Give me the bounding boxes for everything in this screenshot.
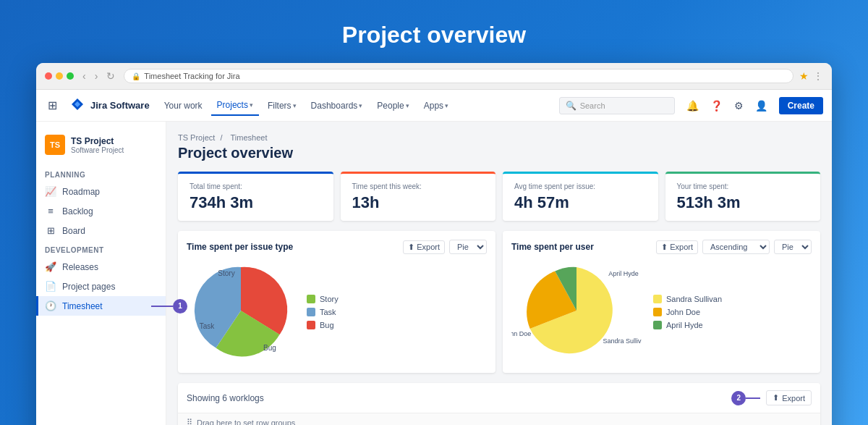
legend-item-story: Story xyxy=(307,295,339,303)
nav-item-yourwork[interactable]: Your work xyxy=(158,96,208,115)
export-icon: ⬆ xyxy=(773,393,779,403)
jira-logo: Jira Software xyxy=(69,97,150,114)
star-icon[interactable]: ★ xyxy=(799,70,809,82)
chevron-down-icon: ▾ xyxy=(359,102,362,109)
sidebar-item-roadmap[interactable]: 📈 Roadmap xyxy=(36,182,166,201)
stat-card-yours: Your time spent: 513h 3m xyxy=(665,172,821,221)
svg-text:Task: Task xyxy=(200,322,216,330)
sidebar-item-label: Roadmap xyxy=(62,187,100,197)
content-area: TS Project / Timesheet Project overview … xyxy=(166,122,832,425)
grid-menu-button[interactable]: ⊞ xyxy=(45,96,60,115)
tl-green[interactable] xyxy=(67,72,74,80)
nav-item-people[interactable]: People ▾ xyxy=(371,96,414,115)
sidebar-item-label: Releases xyxy=(62,262,98,272)
sidebar-item-timesheet[interactable]: 🕐 Timesheet 1 xyxy=(36,296,166,316)
sidebar-item-label: Project pages xyxy=(62,282,115,292)
breadcrumb: TS Project / Timesheet xyxy=(178,133,820,142)
stat-label: Your time spent: xyxy=(677,182,809,190)
browser-chrome: ‹ › ↻ 🔒 Timesheet Tracking for Jira ★ ⋮ xyxy=(36,63,832,90)
svg-text:Story: Story xyxy=(218,269,234,277)
browser-window: ‹ › ↻ 🔒 Timesheet Tracking for Jira ★ ⋮ … xyxy=(36,63,832,425)
address-text: Timesheet Tracking for Jira xyxy=(144,72,239,80)
pie-chart-left: Story Bug Task xyxy=(187,260,295,364)
chart-issue-type: Time spent per issue type ⬆ Export Pie B… xyxy=(178,231,495,373)
jira-logo-icon xyxy=(69,97,86,114)
help-button[interactable]: ❓ xyxy=(707,97,726,114)
create-button[interactable]: Create xyxy=(779,97,823,114)
nav-item-apps[interactable]: Apps ▾ xyxy=(418,96,454,115)
nav-item-projects[interactable]: Projects ▾ xyxy=(211,96,259,116)
tl-red[interactable] xyxy=(45,72,52,80)
legend-item-bug: Bug xyxy=(307,321,339,329)
pages-icon: 📄 xyxy=(45,281,56,292)
tl-yellow[interactable] xyxy=(56,72,63,80)
worklogs-count: Showing 6 worklogs xyxy=(187,393,264,403)
sidebar: TS TS Project Software Project Planning … xyxy=(36,122,166,425)
svg-text:April Hyde: April Hyde xyxy=(608,270,639,277)
step-2-badge: 2 xyxy=(731,391,760,405)
backlog-icon: ≡ xyxy=(45,206,56,216)
stat-card-week: Time spent this week: 13h xyxy=(341,172,496,221)
settings-button[interactable]: ⚙ xyxy=(731,97,746,114)
legend-item-sandra: Sandra Sullivan xyxy=(653,295,722,303)
project-header: TS TS Project Software Project xyxy=(36,130,166,159)
roadmap-icon: 📈 xyxy=(45,186,56,197)
jira-navbar: ⊞ Jira Software Your work Projects ▾ Fil… xyxy=(36,90,832,122)
refresh-button[interactable]: ↻ xyxy=(103,69,118,83)
stats-row: Total time spent: 734h 3m Time spent thi… xyxy=(178,172,820,221)
project-type: Software Project xyxy=(71,146,157,154)
search-placeholder: Search xyxy=(580,101,605,110)
nav-item-filters[interactable]: Filters ▾ xyxy=(262,96,302,115)
legend-item-johndoe: John Doe xyxy=(653,308,722,316)
stat-value: 4h 57m xyxy=(514,193,647,212)
chart-right-sort-select[interactable]: Ascending Descending xyxy=(702,240,770,254)
chevron-down-icon: ▾ xyxy=(250,101,253,109)
drag-hint: ⠿ Drag here to set row groups xyxy=(178,413,820,425)
user-avatar-button[interactable]: 👤 xyxy=(752,97,770,114)
stat-label: Avg time spent per issue: xyxy=(514,182,647,190)
sidebar-item-board[interactable]: ⊞ Board xyxy=(36,221,166,240)
address-bar[interactable]: 🔒 Timesheet Tracking for Jira xyxy=(124,69,793,83)
forward-button[interactable]: › xyxy=(92,69,101,83)
chart-left-export-button[interactable]: ⬆ Export xyxy=(403,240,445,254)
chart-right-export-button[interactable]: ⬆ Export xyxy=(656,240,698,254)
worklogs-header: Showing 6 worklogs 2 ⬆ Export xyxy=(178,383,820,413)
development-label: Development xyxy=(36,240,166,257)
nav-item-dashboards[interactable]: Dashboards ▾ xyxy=(305,96,369,115)
content-title: Project overview xyxy=(178,145,820,161)
sidebar-item-label: Backlog xyxy=(62,206,93,216)
stat-value: 734h 3m xyxy=(190,193,322,212)
drag-icon: ⠿ xyxy=(187,418,192,425)
breadcrumb-project[interactable]: TS Project xyxy=(178,133,215,142)
nav-search-bar[interactable]: 🔍 Search xyxy=(559,97,675,114)
stat-card-avg: Avg time spent per issue: 4h 57m xyxy=(503,172,658,221)
chart-left-type-select[interactable]: Pie Bar xyxy=(449,240,487,254)
sidebar-item-project-pages[interactable]: 📄 Project pages xyxy=(36,277,166,296)
chevron-down-icon: ▾ xyxy=(445,102,448,109)
stat-value: 13h xyxy=(352,193,485,212)
sidebar-item-releases[interactable]: 🚀 Releases xyxy=(36,257,166,277)
breadcrumb-section: Timesheet xyxy=(231,133,268,142)
export-icon: ⬆ xyxy=(408,243,414,252)
back-button[interactable]: ‹ xyxy=(80,69,89,83)
chart-left-title: Time spent per issue type xyxy=(187,242,293,252)
step-1-badge: 1 xyxy=(151,299,187,314)
sidebar-item-label: Board xyxy=(62,226,85,236)
releases-icon: 🚀 xyxy=(45,261,56,272)
export-worklogs-button[interactable]: ⬆ Export xyxy=(766,390,812,405)
project-name: TS Project xyxy=(71,136,157,146)
svg-text:Bug: Bug xyxy=(263,344,276,352)
jira-logo-text: Jira Software xyxy=(90,100,150,111)
svg-text:John Doe: John Doe xyxy=(511,330,531,337)
sidebar-item-backlog[interactable]: ≡ Backlog xyxy=(36,201,166,221)
stat-card-total: Total time spent: 734h 3m xyxy=(178,172,333,221)
chart-right-type-select[interactable]: Pie Bar xyxy=(774,240,812,254)
stat-label: Time spent this week: xyxy=(352,182,485,190)
notifications-button[interactable]: 🔔 xyxy=(684,97,702,114)
chevron-down-icon: ▾ xyxy=(406,102,409,109)
worklogs-section: Showing 6 worklogs 2 ⬆ Export ⠿ xyxy=(178,383,820,425)
more-icon[interactable]: ⋮ xyxy=(813,70,823,82)
charts-row: Time spent per issue type ⬆ Export Pie B… xyxy=(178,231,820,373)
legend-item-task: Task xyxy=(307,308,339,316)
legend-item-aprilhyde: April Hyde xyxy=(653,321,722,329)
